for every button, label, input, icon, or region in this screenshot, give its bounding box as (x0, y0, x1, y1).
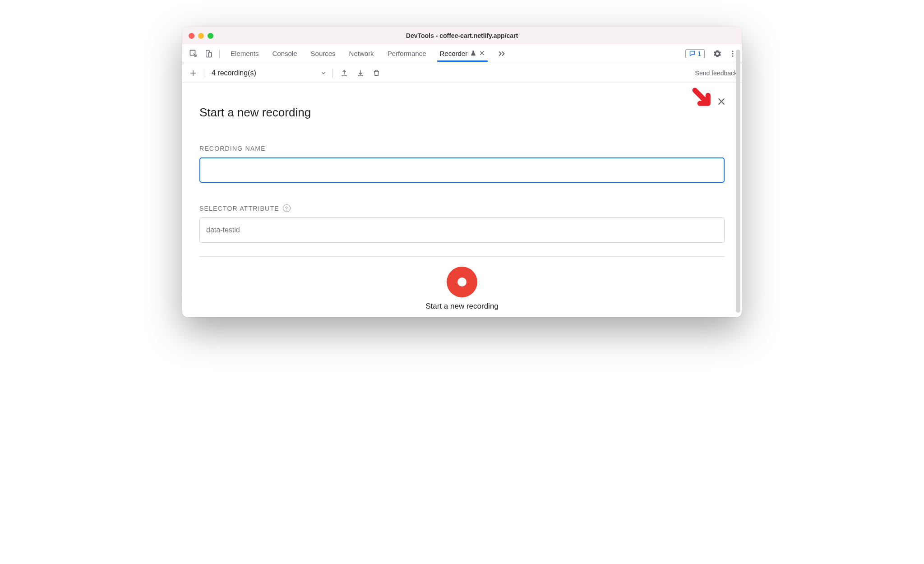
recorder-toolbar: 4 recording(s) Send feedback (182, 63, 742, 83)
start-recording-button[interactable] (447, 267, 477, 297)
selector-attribute-label: SELECTOR ATTRIBUTE ? (199, 204, 725, 212)
tab-console[interactable]: Console (270, 46, 300, 61)
svg-point-4 (732, 53, 734, 54)
devtools-window: DevTools - coffee-cart.netlify.app/cart … (182, 27, 742, 317)
start-recording-label: Start a new recording (199, 302, 725, 311)
tab-network[interactable]: Network (346, 46, 377, 61)
beaker-icon (470, 50, 476, 56)
issues-count: 1 (698, 50, 701, 57)
send-feedback-link[interactable]: Send feedback (695, 69, 737, 77)
new-recording-icon[interactable] (187, 67, 199, 79)
separator (219, 49, 220, 58)
svg-point-3 (732, 51, 734, 52)
tab-sources[interactable]: Sources (308, 46, 338, 61)
selector-attribute-input[interactable] (199, 217, 725, 243)
recordings-dropdown[interactable]: 4 recording(s) (212, 69, 327, 77)
close-panel-button[interactable] (716, 97, 726, 106)
delete-icon[interactable] (370, 67, 383, 79)
close-tab-icon[interactable]: ✕ (479, 49, 485, 57)
recording-name-field: RECORDING NAME (199, 145, 725, 183)
scrollbar[interactable] (736, 50, 740, 313)
window-title: DevTools - coffee-cart.netlify.app/cart (182, 32, 742, 39)
panel-footer: Start a new recording (199, 256, 725, 317)
settings-icon[interactable] (711, 47, 724, 60)
more-tabs-icon[interactable] (496, 47, 508, 60)
tabs-list: Elements Console Sources Network Perform… (228, 45, 508, 62)
import-icon[interactable] (354, 67, 367, 79)
recording-name-label: RECORDING NAME (199, 145, 725, 152)
recordings-count-label: 4 recording(s) (212, 69, 256, 77)
record-icon (457, 277, 467, 287)
issues-badge[interactable]: 1 (685, 49, 705, 58)
tab-recorder-label: Recorder (440, 50, 468, 57)
recording-name-input[interactable] (199, 157, 725, 183)
recorder-panel: Start a new recording RECORDING NAME SEL… (182, 83, 742, 317)
svg-rect-2 (208, 52, 212, 57)
inspect-element-icon[interactable] (187, 47, 199, 60)
export-icon[interactable] (338, 67, 351, 79)
panel-title: Start a new recording (199, 106, 725, 120)
separator (205, 69, 205, 78)
separator (332, 69, 333, 78)
titlebar: DevTools - coffee-cart.netlify.app/cart (182, 27, 742, 44)
selector-attribute-field: SELECTOR ATTRIBUTE ? (199, 204, 725, 243)
tab-elements[interactable]: Elements (228, 46, 262, 61)
svg-point-5 (732, 55, 734, 56)
device-toolbar-icon[interactable] (202, 47, 215, 60)
tab-performance[interactable]: Performance (385, 46, 429, 61)
devtools-tabbar: Elements Console Sources Network Perform… (182, 44, 742, 63)
selector-attribute-label-text: SELECTOR ATTRIBUTE (199, 205, 279, 212)
tab-recorder[interactable]: Recorder ✕ (437, 45, 488, 62)
chevron-down-icon (320, 70, 327, 76)
help-icon[interactable]: ? (283, 204, 291, 212)
